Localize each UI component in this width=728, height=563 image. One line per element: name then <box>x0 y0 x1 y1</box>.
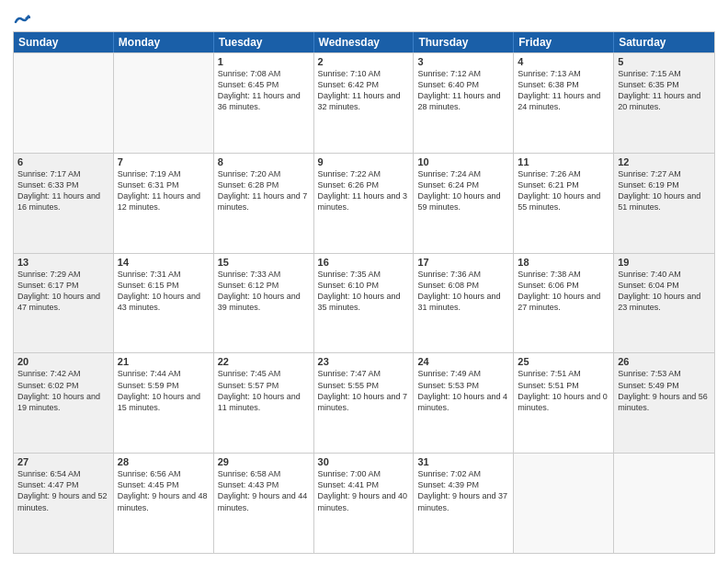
calendar-cell: 1Sunrise: 7:08 AMSunset: 6:45 PMDaylight… <box>214 53 314 153</box>
day-info: Sunrise: 7:08 AMSunset: 6:45 PMDaylight:… <box>218 68 310 113</box>
day-info: Sunrise: 7:26 AMSunset: 6:21 PMDaylight:… <box>518 168 609 213</box>
day-number: 12 <box>618 156 711 167</box>
calendar-cell: 30Sunrise: 7:00 AMSunset: 4:41 PMDayligh… <box>314 454 415 553</box>
calendar-cell: 26Sunrise: 7:53 AMSunset: 5:49 PMDayligh… <box>614 353 714 453</box>
calendar-cell: 29Sunrise: 6:58 AMSunset: 4:43 PMDayligh… <box>214 454 314 553</box>
calendar-cell: 10Sunrise: 7:24 AMSunset: 6:24 PMDayligh… <box>414 154 514 253</box>
day-info: Sunrise: 7:02 AMSunset: 4:39 PMDaylight:… <box>417 468 509 513</box>
day-info: Sunrise: 7:22 AMSunset: 6:26 PMDaylight:… <box>318 168 410 213</box>
svg-marker-0 <box>25 15 30 18</box>
day-number: 1 <box>218 56 310 67</box>
calendar-cell: 11Sunrise: 7:26 AMSunset: 6:21 PMDayligh… <box>514 154 614 253</box>
calendar-cell <box>514 454 614 553</box>
calendar-cell: 27Sunrise: 6:54 AMSunset: 4:47 PMDayligh… <box>14 454 114 553</box>
logo <box>13 9 30 26</box>
day-info: Sunrise: 7:53 AMSunset: 5:49 PMDaylight:… <box>618 368 711 413</box>
day-number: 5 <box>618 56 711 67</box>
day-number: 17 <box>417 257 509 268</box>
day-number: 3 <box>417 56 509 67</box>
day-info: Sunrise: 7:42 AMSunset: 6:02 PMDaylight:… <box>17 368 109 413</box>
day-info: Sunrise: 7:49 AMSunset: 5:53 PMDaylight:… <box>417 368 509 413</box>
day-number: 22 <box>218 356 310 367</box>
day-number: 8 <box>218 156 310 167</box>
calendar-cell: 15Sunrise: 7:33 AMSunset: 6:12 PMDayligh… <box>214 254 314 353</box>
day-info: Sunrise: 7:36 AMSunset: 6:08 PMDaylight:… <box>417 269 509 314</box>
logo-wave-icon <box>14 13 30 26</box>
calendar-cell <box>614 454 714 553</box>
calendar-cell: 16Sunrise: 7:35 AMSunset: 6:10 PMDayligh… <box>314 254 415 353</box>
day-info: Sunrise: 7:17 AMSunset: 6:33 PMDaylight:… <box>17 168 109 213</box>
calendar-body: 1Sunrise: 7:08 AMSunset: 6:45 PMDaylight… <box>14 52 714 553</box>
calendar-cell: 21Sunrise: 7:44 AMSunset: 5:59 PMDayligh… <box>114 353 214 453</box>
day-info: Sunrise: 6:56 AMSunset: 4:45 PMDaylight:… <box>118 468 210 513</box>
day-info: Sunrise: 7:20 AMSunset: 6:28 PMDaylight:… <box>218 168 310 213</box>
calendar-cell: 6Sunrise: 7:17 AMSunset: 6:33 PMDaylight… <box>14 154 114 253</box>
day-info: Sunrise: 7:13 AMSunset: 6:38 PMDaylight:… <box>518 68 609 113</box>
day-number: 2 <box>318 56 410 67</box>
calendar-cell: 17Sunrise: 7:36 AMSunset: 6:08 PMDayligh… <box>414 254 514 353</box>
calendar-cell: 7Sunrise: 7:19 AMSunset: 6:31 PMDaylight… <box>114 154 214 253</box>
calendar-week: 13Sunrise: 7:29 AMSunset: 6:17 PMDayligh… <box>14 253 714 353</box>
day-info: Sunrise: 7:12 AMSunset: 6:40 PMDaylight:… <box>417 68 509 113</box>
day-number: 6 <box>17 156 109 167</box>
weekday-header: Tuesday <box>214 32 314 52</box>
day-number: 18 <box>518 257 609 268</box>
day-number: 13 <box>17 257 109 268</box>
day-number: 16 <box>318 257 410 268</box>
calendar-cell: 3Sunrise: 7:12 AMSunset: 6:40 PMDaylight… <box>414 53 514 153</box>
calendar-week: 20Sunrise: 7:42 AMSunset: 6:02 PMDayligh… <box>14 352 714 453</box>
day-number: 29 <box>218 456 310 467</box>
calendar-cell: 5Sunrise: 7:15 AMSunset: 6:35 PMDaylight… <box>614 53 714 153</box>
weekday-header: Monday <box>114 32 214 52</box>
day-number: 24 <box>417 356 509 367</box>
day-number: 19 <box>618 257 711 268</box>
day-info: Sunrise: 7:40 AMSunset: 6:04 PMDaylight:… <box>618 269 711 314</box>
day-info: Sunrise: 7:51 AMSunset: 5:51 PMDaylight:… <box>518 368 609 413</box>
calendar-cell <box>14 53 114 153</box>
weekday-header: Friday <box>514 32 614 52</box>
day-info: Sunrise: 7:24 AMSunset: 6:24 PMDaylight:… <box>417 168 509 213</box>
day-number: 14 <box>118 257 210 268</box>
calendar-cell: 25Sunrise: 7:51 AMSunset: 5:51 PMDayligh… <box>514 353 614 453</box>
day-info: Sunrise: 7:00 AMSunset: 4:41 PMDaylight:… <box>318 468 410 513</box>
calendar-cell: 19Sunrise: 7:40 AMSunset: 6:04 PMDayligh… <box>614 254 714 353</box>
calendar-cell: 22Sunrise: 7:45 AMSunset: 5:57 PMDayligh… <box>214 353 314 453</box>
day-number: 26 <box>618 356 711 367</box>
day-number: 4 <box>518 56 609 67</box>
day-number: 20 <box>17 356 109 367</box>
calendar-cell: 12Sunrise: 7:27 AMSunset: 6:19 PMDayligh… <box>614 154 714 253</box>
calendar-cell: 20Sunrise: 7:42 AMSunset: 6:02 PMDayligh… <box>14 353 114 453</box>
day-number: 21 <box>118 356 210 367</box>
calendar-header: SundayMondayTuesdayWednesdayThursdayFrid… <box>14 32 714 52</box>
header <box>13 9 715 26</box>
calendar-cell: 28Sunrise: 6:56 AMSunset: 4:45 PMDayligh… <box>114 454 214 553</box>
calendar-cell: 4Sunrise: 7:13 AMSunset: 6:38 PMDaylight… <box>514 53 614 153</box>
day-number: 9 <box>318 156 410 167</box>
day-number: 23 <box>318 356 410 367</box>
day-number: 15 <box>218 257 310 268</box>
day-info: Sunrise: 7:45 AMSunset: 5:57 PMDaylight:… <box>218 368 310 413</box>
calendar-cell: 24Sunrise: 7:49 AMSunset: 5:53 PMDayligh… <box>414 353 514 453</box>
day-number: 25 <box>518 356 609 367</box>
day-info: Sunrise: 7:47 AMSunset: 5:55 PMDaylight:… <box>318 368 410 413</box>
calendar-cell: 8Sunrise: 7:20 AMSunset: 6:28 PMDaylight… <box>214 154 314 253</box>
day-info: Sunrise: 7:35 AMSunset: 6:10 PMDaylight:… <box>318 269 410 314</box>
day-number: 31 <box>417 456 509 467</box>
day-info: Sunrise: 7:44 AMSunset: 5:59 PMDaylight:… <box>118 368 210 413</box>
weekday-header: Sunday <box>14 32 114 52</box>
calendar-cell: 2Sunrise: 7:10 AMSunset: 6:42 PMDaylight… <box>314 53 415 153</box>
calendar: SundayMondayTuesdayWednesdayThursdayFrid… <box>13 31 715 554</box>
day-info: Sunrise: 7:27 AMSunset: 6:19 PMDaylight:… <box>618 168 711 213</box>
calendar-cell: 23Sunrise: 7:47 AMSunset: 5:55 PMDayligh… <box>314 353 415 453</box>
weekday-header: Wednesday <box>314 32 415 52</box>
weekday-header: Saturday <box>614 32 714 52</box>
day-info: Sunrise: 7:31 AMSunset: 6:15 PMDaylight:… <box>118 269 210 314</box>
calendar-cell <box>114 53 214 153</box>
day-number: 27 <box>17 456 109 467</box>
day-info: Sunrise: 6:58 AMSunset: 4:43 PMDaylight:… <box>218 468 310 513</box>
day-info: Sunrise: 7:15 AMSunset: 6:35 PMDaylight:… <box>618 68 711 113</box>
calendar-week: 1Sunrise: 7:08 AMSunset: 6:45 PMDaylight… <box>14 52 714 153</box>
day-number: 7 <box>118 156 210 167</box>
calendar-cell: 31Sunrise: 7:02 AMSunset: 4:39 PMDayligh… <box>414 454 514 553</box>
day-info: Sunrise: 7:38 AMSunset: 6:06 PMDaylight:… <box>518 269 609 314</box>
